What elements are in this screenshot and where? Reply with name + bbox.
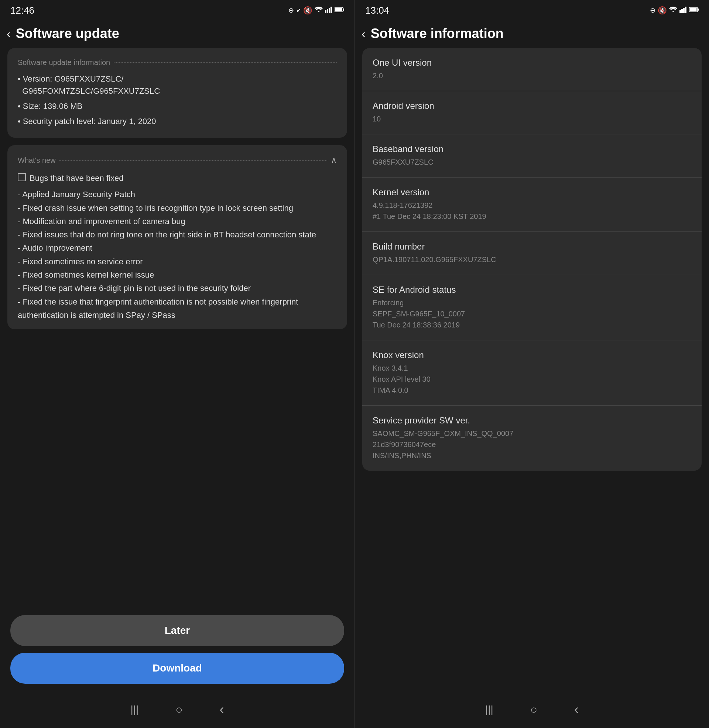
home-icon[interactable]: ○: [175, 703, 182, 716]
bugs-fixed-item: Bugs that have been fixed: [18, 172, 337, 185]
signal-icon-r: [680, 6, 687, 15]
svg-rect-7: [680, 10, 681, 13]
wifi-icon: [315, 6, 323, 15]
status-bar-left: 12:46 ⊖ ✔ 🔇: [0, 0, 354, 19]
version-item: • Version: G965FXXU7ZSLC/ G965FOXM7ZSLC/…: [18, 73, 337, 97]
service-provider-label: Service provider SW ver.: [373, 415, 691, 426]
service-provider-row: Service provider SW ver. SAOMC_SM-G965F_…: [362, 406, 702, 471]
baseband-version-value: G965FXXU7ZSLC: [373, 157, 691, 167]
do-not-disturb-icon-r: ⊖: [650, 6, 655, 15]
ringtone-item: - Fixed issues that do not ring tone on …: [18, 228, 337, 242]
camera-item: - Modification and improvement of camera…: [18, 215, 337, 228]
svg-rect-1: [327, 9, 328, 13]
wifi-icon-r: [669, 6, 677, 15]
build-number-label: Build number: [373, 242, 691, 252]
right-phone-panel: 13:04 ⊖ 🔇 ‹ Software information One UI …: [354, 0, 709, 728]
checkbox-bugs[interactable]: [18, 173, 26, 181]
svg-rect-5: [335, 8, 342, 12]
recents-icon[interactable]: |||: [130, 704, 139, 715]
knox-version-value: Knox 3.4.1Knox API level 30TIMA 4.0.0: [373, 363, 691, 396]
service-provider-value: SAOMC_SM-G965F_OXM_INS_QQ_000721d3f90736…: [373, 428, 691, 461]
whats-new-card: What's new ∧ Bugs that have been fixed -…: [7, 145, 347, 329]
dotted-divider: [114, 63, 337, 63]
nav-bar-left: ||| ○ ‹: [0, 695, 354, 728]
mute-icon: 🔇: [303, 6, 312, 15]
back-button-left[interactable]: ‹: [7, 28, 11, 39]
whats-new-divider: [60, 160, 327, 160]
right-content: One UI version 2.0 Android version 10 Ba…: [355, 48, 709, 695]
whats-new-label: What's new: [18, 156, 56, 165]
kernel-version-label: Kernel version: [373, 187, 691, 198]
status-icons-right: ⊖ 🔇: [650, 6, 699, 15]
kernel-version-row: Kernel version 4.9.118-17621392#1 Tue De…: [362, 178, 702, 232]
left-phone-panel: 12:46 ⊖ ✔ 🔇 ‹ Software update Software u…: [0, 0, 354, 728]
home-icon-r[interactable]: ○: [530, 703, 537, 716]
svg-rect-13: [697, 9, 699, 11]
service-error-item: - Fixed sometimes no service error: [18, 255, 337, 268]
knox-version-row: Knox version Knox 3.4.1Knox API level 30…: [362, 341, 702, 406]
svg-rect-3: [331, 7, 332, 13]
info-list: One UI version 2.0 Android version 10 Ba…: [362, 48, 702, 471]
knox-version-label: Knox version: [373, 350, 691, 360]
build-number-value: QP1A.190711.020.G965FXXU7ZSLC: [373, 254, 691, 265]
build-number-row: Build number QP1A.190711.020.G965FXXU7ZS…: [362, 232, 702, 275]
status-time-left: 12:46: [10, 5, 34, 16]
battery-icon-r: [689, 7, 699, 15]
buttons-area: Later Download: [0, 608, 354, 695]
se-android-row: SE for Android status EnforcingSEPF_SM-G…: [362, 275, 702, 341]
bugs-fixed-label: Bugs that have been fixed: [29, 172, 123, 185]
audio-item: - Audio improvement: [18, 242, 337, 255]
chevron-up-icon[interactable]: ∧: [331, 156, 337, 165]
recents-icon-r[interactable]: |||: [485, 704, 493, 715]
later-button[interactable]: Later: [10, 615, 344, 646]
svg-rect-2: [329, 8, 330, 13]
back-button-right[interactable]: ‹: [362, 28, 366, 39]
update-info-section-label: Software update information: [18, 58, 337, 67]
nav-bar-right: ||| ○ ‹: [355, 695, 709, 728]
patch-item: - Applied January Security Patch: [18, 188, 337, 201]
se-android-value: EnforcingSEPF_SM-G965F_10_0007Tue Dec 24…: [373, 297, 691, 331]
whats-new-header: What's new ∧: [18, 156, 337, 165]
page-title-right: Software information: [371, 26, 504, 41]
kernel-version-value: 4.9.118-17621392#1 Tue Dec 24 18:23:00 K…: [373, 200, 691, 222]
page-title-left: Software update: [16, 26, 119, 41]
baseband-version-row: Baseband version G965FXXU7ZSLC: [362, 134, 702, 178]
svg-rect-9: [683, 8, 685, 13]
status-icons-left: ⊖ ✔ 🔇: [288, 6, 344, 15]
one-ui-version-label: One UI version: [373, 58, 691, 68]
download-button[interactable]: Download: [10, 653, 344, 684]
svg-rect-6: [343, 9, 344, 11]
status-time-right: 13:04: [365, 5, 389, 16]
svg-rect-0: [325, 10, 327, 13]
android-version-label: Android version: [373, 101, 691, 111]
se-android-label: SE for Android status: [373, 285, 691, 295]
crash-item: - Fixed crash issue when setting to iris…: [18, 202, 337, 215]
one-ui-version-row: One UI version 2.0: [362, 48, 702, 91]
pin-item: - Fixed the part where 6-digit pin is no…: [18, 282, 337, 295]
one-ui-version-value: 2.0: [373, 70, 691, 81]
android-version-value: 10: [373, 114, 691, 124]
kernel-item: - Fixed sometimes kernel kernel issue: [18, 268, 337, 282]
android-version-row: Android version 10: [362, 91, 702, 134]
mute-icon-r: 🔇: [658, 6, 667, 15]
left-header: ‹ Software update: [0, 19, 354, 48]
svg-rect-10: [685, 7, 687, 13]
signal-icon: [325, 6, 332, 15]
baseband-version-label: Baseband version: [373, 144, 691, 154]
back-nav-icon-r[interactable]: ‹: [574, 702, 579, 717]
svg-rect-8: [681, 9, 683, 13]
back-nav-icon[interactable]: ‹: [220, 702, 224, 717]
fingerprint-item: - Fixed the issue that fingerprint authe…: [18, 296, 337, 322]
security-patch-item: • Security patch level: January 1, 2020: [18, 115, 337, 127]
status-bar-right: 13:04 ⊖ 🔇: [355, 0, 709, 19]
left-content: Software update information • Version: G…: [0, 48, 354, 608]
update-info-card: Software update information • Version: G…: [7, 48, 347, 138]
check-icon: ✔: [296, 7, 301, 14]
whats-new-content: Bugs that have been fixed - Applied Janu…: [18, 172, 337, 322]
do-not-disturb-icon: ⊖: [288, 6, 294, 15]
right-header: ‹ Software information: [355, 19, 709, 48]
svg-rect-12: [690, 8, 697, 11]
battery-icon: [334, 7, 344, 14]
size-item: • Size: 139.06 MB: [18, 100, 337, 112]
